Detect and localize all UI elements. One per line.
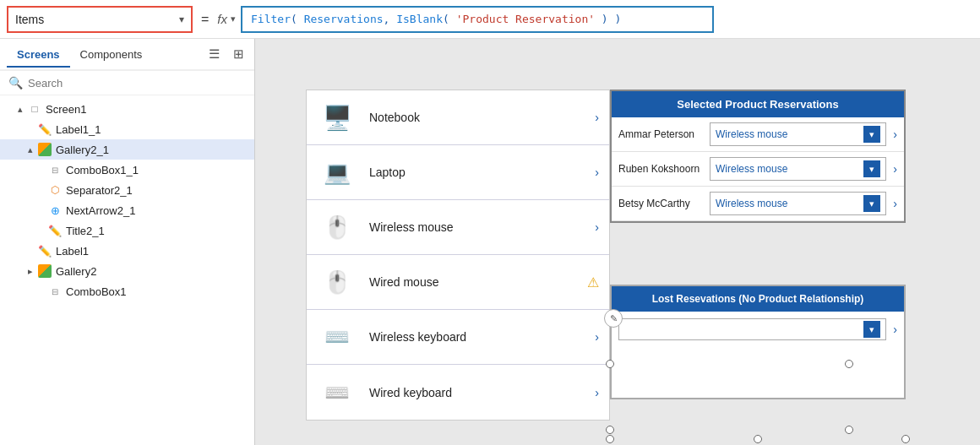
expand-nextarrow2-1	[34, 205, 47, 215]
grid-icon[interactable]: ⊞	[230, 45, 248, 63]
items-dropdown-icon[interactable]: ▾	[179, 14, 184, 25]
tab-icons: ☰ ⊞	[205, 45, 248, 63]
tab-components[interactable]: Components	[70, 43, 153, 68]
expand-combobox1-1	[34, 165, 47, 175]
expand-combobox1	[34, 286, 47, 296]
fx-chevron[interactable]: ▾	[231, 14, 236, 24]
wired-keyboard-title: Wired keyboard	[369, 386, 583, 399]
gallery-row-wireless-keyboard[interactable]: ⌨️ Wireless keyboard ›	[307, 310, 609, 365]
laptop-title: Laptop	[369, 166, 583, 179]
tree-item-separator2-1[interactable]: ⬡ Separator2_1	[0, 180, 254, 200]
expand-label1-1	[24, 124, 37, 134]
lost-row: ▾ ›	[612, 312, 904, 347]
reservation-chevron-3[interactable]: ›	[893, 197, 897, 210]
wired-mouse-image: 🖱️	[317, 265, 357, 299]
expand-screen1[interactable]: ▴	[14, 104, 27, 115]
reservation-select-1[interactable]: Wireless mouse ▾	[710, 122, 886, 146]
label1-icon: ✏️	[37, 243, 52, 258]
expand-gallery2-1[interactable]: ▴	[24, 144, 37, 155]
separator-icon: ⬡	[47, 182, 63, 198]
reservation-select-text-1: Wireless mouse	[716, 128, 863, 140]
reservation-chevron-1[interactable]: ›	[893, 128, 897, 141]
formula-bar[interactable]: Filter( Reservations, IsBlank( 'Product …	[241, 6, 714, 33]
handle-left-bot[interactable]	[606, 426, 614, 434]
notebook-title: Notebook	[369, 111, 583, 124]
wireless-mouse-image: 🖱️	[317, 210, 357, 244]
gallery2-label: Gallery2	[56, 265, 96, 278]
gallery-row-wired-mouse[interactable]: 🖱️ Wired mouse ⚠	[307, 255, 609, 310]
label-icon: ✏️	[37, 122, 52, 137]
right-panel: Selected Product Reservations Ammar Pete…	[610, 90, 906, 223]
expand-title2-1	[34, 225, 47, 236]
items-selector[interactable]: Items ▾	[7, 6, 193, 33]
lost-chevron[interactable]: ›	[893, 323, 897, 336]
gallery-row-notebook[interactable]: 🖥️ Notebook ›	[307, 90, 609, 145]
lost-select[interactable]: ▾	[618, 318, 886, 340]
reservation-select-arrow-3[interactable]: ▾	[863, 195, 880, 212]
selection-area	[612, 347, 904, 398]
separator2-1-label: Separator2_1	[66, 184, 133, 197]
toolbar: Items ▾ = fx ▾ Filter( Reservations, IsB…	[0, 0, 980, 39]
reservation-chevron-2[interactable]: ›	[893, 162, 897, 176]
gallery-icon	[37, 142, 52, 157]
nextarrow-icon: ⊕	[47, 203, 63, 218]
tree: ▴ □ Screen1 ✏️ Label1_1 ▴ Gallery2_1 ⊟ C…	[0, 95, 254, 445]
expand-label1	[24, 246, 37, 256]
handle-right-bot[interactable]	[845, 426, 853, 434]
wireless-mouse-title: Wireless mouse	[369, 220, 583, 234]
search-input[interactable]	[28, 77, 246, 90]
reservation-row-1: Ammar Peterson Wireless mouse ▾ ›	[612, 117, 904, 152]
screen-icon: □	[27, 101, 42, 117]
tree-item-label1-1[interactable]: ✏️ Label1_1	[0, 119, 254, 139]
reservation-select-arrow-1[interactable]: ▾	[863, 126, 880, 143]
wired-keyboard-chevron: ›	[595, 386, 599, 399]
wireless-mouse-chevron: ›	[595, 220, 599, 234]
handle-bottom-mid[interactable]	[754, 435, 762, 443]
items-label: Items	[15, 13, 176, 26]
notebook-image: 🖥️	[317, 100, 357, 134]
combobox1-1-label: ComboBox1_1	[66, 164, 139, 176]
gallery-row-wired-keyboard[interactable]: ⌨️ Wired keyboard ›	[307, 365, 609, 420]
gallery-row-laptop[interactable]: 💻 Laptop ›	[307, 145, 609, 200]
tree-item-screen1[interactable]: ▴ □ Screen1	[0, 99, 254, 119]
nextarrow2-1-label: NextArrow2_1	[66, 204, 135, 217]
tree-item-title2-1[interactable]: ✏️ Title2_1	[0, 220, 254, 241]
reservation-select-3[interactable]: Wireless mouse ▾	[710, 192, 886, 215]
left-panel: Screens Components ☰ ⊞ 🔍 ▴ □ Screen1 ✏️ …	[0, 39, 255, 445]
combobox-icon: ⊟	[47, 162, 63, 177]
expand-gallery2[interactable]: ▸	[24, 266, 37, 277]
tree-item-label1[interactable]: ✏️ Label1	[0, 241, 254, 261]
handle-bottom-right[interactable]	[901, 435, 910, 443]
reservation-name-2: Ruben Kokshoorn	[618, 163, 703, 175]
fx-icon: fx	[217, 12, 227, 26]
list-icon[interactable]: ☰	[205, 45, 223, 63]
reservation-select-arrow-2[interactable]: ▾	[863, 160, 880, 177]
tab-screens[interactable]: Screens	[7, 43, 70, 68]
right-panel-header: Selected Product Reservations	[612, 91, 904, 117]
tree-item-gallery2[interactable]: ▸ Gallery2	[0, 261, 254, 281]
formula-text: Filter( Reservations, IsBlank( 'Product …	[251, 13, 621, 25]
combobox1-icon: ⊟	[47, 284, 63, 299]
gallery-row-wireless-mouse[interactable]: 🖱️ Wireless mouse ›	[307, 200, 609, 255]
search-icon: 🔍	[8, 76, 23, 90]
title-icon: ✏️	[47, 223, 63, 238]
laptop-chevron: ›	[595, 166, 599, 179]
edit-icon[interactable]: ✎	[604, 309, 623, 328]
reservation-select-text-3: Wireless mouse	[716, 198, 863, 209]
label1-1-label: Label1_1	[56, 123, 101, 136]
laptop-image: 💻	[317, 155, 357, 189]
lost-select-arrow[interactable]: ▾	[863, 321, 880, 338]
tree-item-combobox1-1[interactable]: ⊟ ComboBox1_1	[0, 160, 254, 180]
reservation-select-2[interactable]: Wireless mouse ▾	[710, 157, 886, 181]
handle-bottom-left[interactable]	[606, 435, 614, 443]
panel-tabs: Screens Components ☰ ⊞	[0, 39, 254, 71]
wireless-keyboard-image: ⌨️	[317, 320, 357, 354]
wired-keyboard-image: ⌨️	[317, 376, 357, 410]
wireless-keyboard-title: Wireless keyboard	[369, 330, 583, 344]
tree-item-combobox1[interactable]: ⊟ ComboBox1	[0, 281, 254, 301]
notebook-chevron: ›	[595, 111, 599, 124]
search-box: 🔍	[0, 71, 254, 95]
tree-item-nextarrow2-1[interactable]: ⊕ NextArrow2_1	[0, 200, 254, 220]
tree-item-gallery2-1[interactable]: ▴ Gallery2_1	[0, 139, 254, 160]
gallery-list: 🖥️ Notebook › 💻 Laptop › 🖱️ Wireless mou…	[306, 90, 610, 421]
